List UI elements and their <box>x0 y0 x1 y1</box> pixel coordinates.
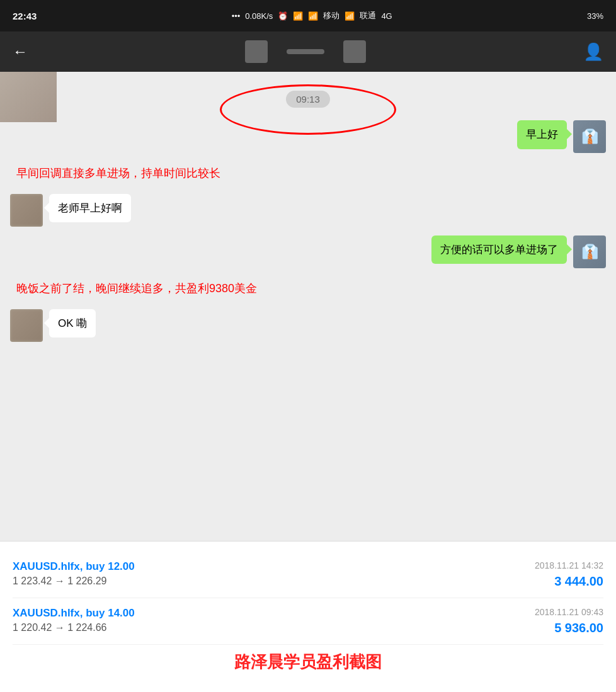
trade-direction-1: buy <box>86 560 105 572</box>
trade-price-2: 1 220.42 → 1 224.66 <box>13 622 135 633</box>
right-user-avatar-2: 👔 <box>573 235 606 268</box>
chat-content: 09:13 👔 早上好 早间回调直接多单进场，持单时间比较长 <box>0 72 616 348</box>
trade-row-1: XAUUSD.hlfx, buy 12.00 1 223.42 → 1 226.… <box>13 552 603 598</box>
trade-section: XAUUSD.hlfx, buy 12.00 1 223.42 → 1 226.… <box>0 541 616 692</box>
nav-contact-name <box>287 49 324 54</box>
annotation-2: 晚饭之前了结，晚间继续追多，共盈利9380美金 <box>10 277 606 300</box>
trade-profit-1: 3 444.00 <box>535 574 603 589</box>
right-user-avatar: 👔 <box>573 120 606 153</box>
bubble-3: 方便的话可以多单进场了 <box>431 235 567 264</box>
bubble-text-2: 老师早上好啊 <box>58 202 122 214</box>
nav-contact-avatar <box>245 40 268 63</box>
status-dots: ••• <box>232 11 241 21</box>
trade-profit-2: 5 936.00 <box>535 621 603 635</box>
nav-title-area <box>245 40 366 63</box>
message-row-2: 老师早上好啊 <box>10 194 606 227</box>
trade-pair-1: XAUUSD.hlfx, <box>13 560 83 572</box>
trade-price-to-1: 1 226.29 <box>67 576 106 586</box>
message-row-4: OK 嘞 <box>10 309 606 342</box>
avatar-left-1 <box>10 194 43 227</box>
trade-date-2: 2018.11.21 09:43 <box>535 607 603 617</box>
status-signal1-icon: 📶 <box>308 11 318 21</box>
status-center: ••• 0.08K/s ⏰ 📶 📶 移动 📶 联通 4G <box>232 10 392 21</box>
nav-bar: ← 👤 <box>0 31 616 72</box>
status-wifi-icon: 📶 <box>293 11 303 21</box>
watermark: 路泽晨学员盈利截图 <box>234 651 382 673</box>
back-button[interactable]: ← <box>13 43 28 60</box>
trade-arrow-1: → <box>55 576 65 586</box>
status-carrier2: 联通 <box>360 10 376 21</box>
avatar-left-2 <box>10 309 43 342</box>
bubble-text-1: 早上好 <box>526 128 558 140</box>
bubble-2: 老师早上好啊 <box>49 194 131 223</box>
status-battery: 33% <box>587 11 603 21</box>
status-signal2-icon: 📶 <box>345 11 355 21</box>
message-row-3: 👔 方便的话可以多单进场了 <box>10 235 606 268</box>
status-speed: 0.08K/s <box>245 11 273 21</box>
left-user-avatar-2 <box>10 309 43 342</box>
trade-price-from-1: 1 223.42 <box>13 576 52 586</box>
timestamp-bubble: 09:13 <box>286 91 330 108</box>
annotation-1: 早间回调直接多单进场，持单时间比较长 <box>10 162 606 185</box>
trade-left-1: XAUUSD.hlfx, buy 12.00 1 223.42 → 1 226.… <box>13 560 135 587</box>
trade-pair-2: XAUUSD.hlfx, <box>13 607 83 619</box>
trade-symbol-1: XAUUSD.hlfx, buy 12.00 <box>13 560 135 573</box>
trade-symbol-2: XAUUSD.hlfx, buy 14.00 <box>13 607 135 620</box>
left-user-avatar-1 <box>10 194 43 227</box>
timestamp-section: 09:13 <box>0 78 616 114</box>
trade-right-2: 2018.11.21 09:43 5 936.00 <box>535 607 603 635</box>
trade-volume-1: 12.00 <box>108 560 135 572</box>
bubble-text-4: OK 嘞 <box>58 317 87 329</box>
status-time: 22:43 <box>13 11 37 21</box>
chat-area: 09:13 👔 早上好 早间回调直接多单进场，持单时间比较长 <box>0 72 616 541</box>
trade-row-2: XAUUSD.hlfx, buy 14.00 1 220.42 → 1 224.… <box>13 598 603 645</box>
status-bar: 22:43 ••• 0.08K/s ⏰ 📶 📶 移动 📶 联通 4G 33% <box>0 0 616 31</box>
trade-price-1: 1 223.42 → 1 226.29 <box>13 576 135 587</box>
bubble-text-3: 方便的话可以多单进场了 <box>440 244 558 256</box>
trade-price-to-2: 1 224.66 <box>67 622 106 633</box>
status-network-type: 4G <box>381 11 392 21</box>
trade-right-1: 2018.11.21 14:32 3 444.00 <box>535 560 603 589</box>
trade-volume-2: 14.00 <box>108 607 135 619</box>
status-alarm-icon: ⏰ <box>278 11 288 21</box>
chat-messages: 👔 早上好 早间回调直接多单进场，持单时间比较长 老师早上好啊 <box>0 114 616 348</box>
avatar-right-2: 👔 <box>573 235 606 268</box>
trade-left-2: XAUUSD.hlfx, buy 14.00 1 220.42 → 1 224.… <box>13 607 135 633</box>
avatar-right-1: 👔 <box>573 120 606 153</box>
status-carrier1: 移动 <box>323 10 339 21</box>
message-row-1: 👔 早上好 <box>10 120 606 153</box>
trade-arrow-2: → <box>55 622 65 633</box>
trade-date-1: 2018.11.21 14:32 <box>535 560 603 570</box>
profile-button[interactable]: 👤 <box>583 42 603 62</box>
bubble-4: OK 嘞 <box>49 309 96 338</box>
trade-direction-2: buy <box>86 607 105 619</box>
bubble-1: 早上好 <box>517 120 567 149</box>
trade-price-from-2: 1 220.42 <box>13 622 52 633</box>
nav-placeholder-2 <box>343 40 366 63</box>
